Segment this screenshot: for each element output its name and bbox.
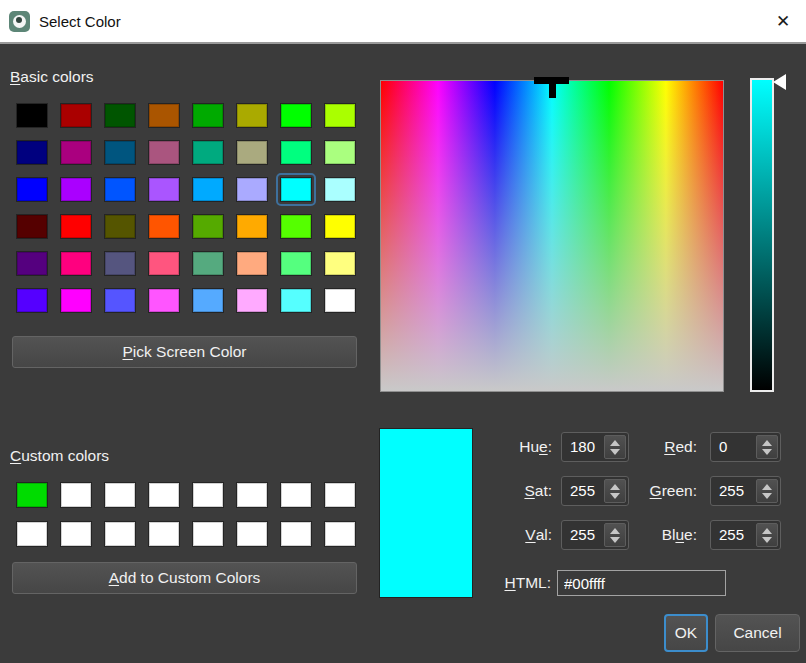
custom-color-swatch[interactable] (280, 521, 312, 547)
basic-color-swatch[interactable] (192, 251, 224, 276)
custom-color-swatch[interactable] (60, 521, 92, 547)
app-logo-icon (9, 11, 30, 32)
basic-color-swatch[interactable] (60, 288, 92, 313)
custom-color-swatch[interactable] (60, 482, 92, 508)
select-color-dialog: Select Color ✕ Basic colors Pick Screen … (0, 0, 806, 663)
basic-color-swatch[interactable] (280, 177, 312, 202)
basic-color-swatch[interactable] (280, 103, 312, 128)
custom-color-swatch[interactable] (192, 521, 224, 547)
basic-color-swatch[interactable] (104, 251, 136, 276)
spin-down-icon[interactable] (762, 537, 772, 543)
basic-color-swatch[interactable] (324, 251, 356, 276)
basic-color-swatch[interactable] (104, 214, 136, 239)
spin-up-icon[interactable] (762, 440, 772, 446)
spin-down-icon[interactable] (762, 493, 772, 499)
basic-color-swatch[interactable] (236, 103, 268, 128)
basic-color-swatch[interactable] (104, 103, 136, 128)
basic-color-swatch[interactable] (280, 288, 312, 313)
basic-color-swatch[interactable] (104, 140, 136, 165)
basic-color-swatch[interactable] (60, 103, 92, 128)
basic-color-swatch[interactable] (60, 140, 92, 165)
basic-color-swatch[interactable] (324, 103, 356, 128)
red-spinner[interactable] (756, 435, 778, 459)
custom-color-swatch[interactable] (236, 521, 268, 547)
basic-color-swatch[interactable] (60, 251, 92, 276)
titlebar: Select Color ✕ (0, 0, 806, 44)
custom-colors-grid (16, 482, 356, 547)
green-spinbox[interactable]: 255 (710, 476, 781, 506)
basic-color-swatch[interactable] (236, 288, 268, 313)
basic-color-swatch[interactable] (148, 177, 180, 202)
custom-color-swatch[interactable] (324, 521, 356, 547)
basic-color-swatch[interactable] (192, 214, 224, 239)
hue-sat-crosshair[interactable] (549, 77, 556, 98)
custom-color-swatch[interactable] (104, 521, 136, 547)
blue-spinner[interactable] (756, 523, 778, 547)
blue-value: 255 (719, 521, 744, 549)
spin-up-icon[interactable] (762, 484, 772, 490)
custom-color-swatch[interactable] (236, 482, 268, 508)
basic-color-swatch[interactable] (148, 288, 180, 313)
basic-color-swatch[interactable] (324, 288, 356, 313)
value-slider-handle-icon[interactable] (773, 74, 786, 90)
basic-color-swatch[interactable] (280, 251, 312, 276)
pick-screen-color-button[interactable]: Pick Screen Color (12, 336, 357, 368)
custom-color-swatch[interactable] (324, 482, 356, 508)
custom-color-swatch[interactable] (104, 482, 136, 508)
spin-down-icon[interactable] (762, 449, 772, 455)
add-to-custom-colors-button[interactable]: Add to Custom Colors (12, 562, 357, 594)
basic-color-swatch[interactable] (280, 214, 312, 239)
close-icon[interactable]: ✕ (768, 6, 798, 36)
html-label: HTML: (440, 568, 551, 598)
basic-color-swatch[interactable] (236, 214, 268, 239)
basic-color-swatch[interactable] (148, 214, 180, 239)
val-label: Val: (440, 520, 552, 550)
custom-color-swatch[interactable] (280, 482, 312, 508)
basic-color-swatch[interactable] (16, 288, 48, 313)
basic-color-swatch[interactable] (16, 214, 48, 239)
basic-color-swatch[interactable] (16, 140, 48, 165)
basic-color-swatch[interactable] (60, 177, 92, 202)
basic-color-swatch[interactable] (104, 177, 136, 202)
basic-colors-label: Basic colors (10, 68, 94, 86)
cancel-button[interactable]: Cancel (715, 614, 800, 652)
basic-color-swatch[interactable] (104, 288, 136, 313)
green-label: Green: (612, 476, 697, 506)
basic-color-swatch[interactable] (16, 103, 48, 128)
val-value: 255 (570, 521, 595, 549)
basic-color-swatch[interactable] (236, 140, 268, 165)
custom-color-swatch[interactable] (16, 482, 48, 508)
custom-color-swatch[interactable] (148, 521, 180, 547)
custom-color-swatch[interactable] (148, 482, 180, 508)
green-spinner[interactable] (756, 479, 778, 503)
html-color-input[interactable] (557, 570, 726, 596)
spin-up-icon[interactable] (762, 528, 772, 534)
basic-color-swatch[interactable] (148, 251, 180, 276)
blue-spinbox[interactable]: 255 (710, 520, 781, 550)
green-value: 255 (719, 477, 744, 505)
basic-color-swatch[interactable] (324, 140, 356, 165)
basic-color-swatch[interactable] (280, 140, 312, 165)
basic-color-swatch[interactable] (236, 251, 268, 276)
ok-button[interactable]: OK (664, 614, 708, 652)
sat-label: Sat: (440, 476, 552, 506)
custom-color-swatch[interactable] (16, 521, 48, 547)
hue-saturation-picker[interactable] (380, 80, 724, 392)
custom-colors-label: Custom colors (10, 447, 109, 465)
basic-color-swatch[interactable] (148, 140, 180, 165)
basic-color-swatch[interactable] (148, 103, 180, 128)
basic-color-swatch[interactable] (192, 288, 224, 313)
basic-color-swatch[interactable] (192, 140, 224, 165)
custom-color-swatch[interactable] (192, 482, 224, 508)
basic-color-swatch[interactable] (16, 177, 48, 202)
basic-color-swatch[interactable] (192, 103, 224, 128)
red-spinbox[interactable]: 0 (710, 432, 781, 462)
basic-color-swatch[interactable] (192, 177, 224, 202)
basic-color-swatch[interactable] (324, 214, 356, 239)
basic-color-swatch[interactable] (16, 251, 48, 276)
basic-color-swatch[interactable] (60, 214, 92, 239)
value-slider[interactable] (750, 78, 774, 392)
basic-color-swatch[interactable] (324, 177, 356, 202)
basic-color-swatch[interactable] (236, 177, 268, 202)
blue-label: Blue: (612, 520, 697, 550)
